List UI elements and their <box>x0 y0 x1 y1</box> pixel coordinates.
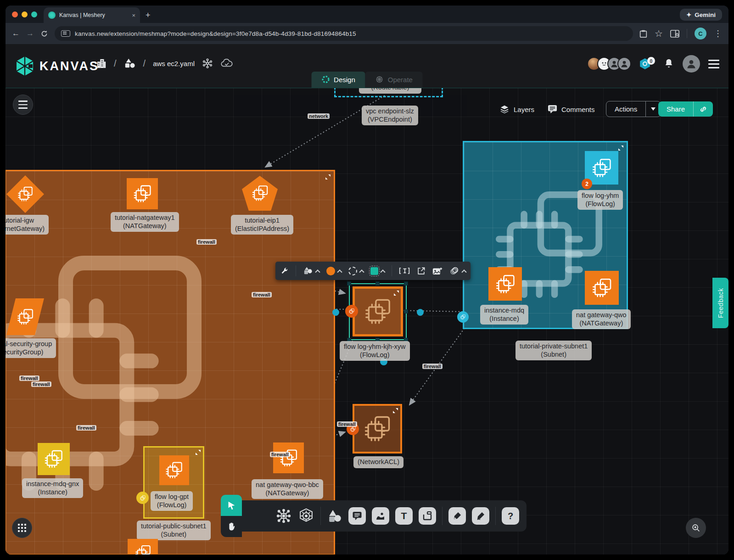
bell-icon[interactable] <box>663 58 674 70</box>
site-info-icon[interactable] <box>61 30 70 37</box>
chevron-up-icon <box>461 269 466 274</box>
node-label: (RouteTable) <box>359 88 421 94</box>
breadcrumb: / / aws ec2.yaml <box>96 58 233 69</box>
components-tool[interactable] <box>275 508 292 524</box>
layers-button[interactable]: Layers <box>499 105 534 114</box>
tab-close-icon[interactable]: × <box>132 12 135 19</box>
organization-icon[interactable] <box>96 58 106 69</box>
pan-tool[interactable] <box>221 516 242 537</box>
back-icon[interactable]: ← <box>12 29 20 38</box>
resize-handle[interactable] <box>375 281 380 286</box>
add-image-icon[interactable] <box>432 267 443 275</box>
canvas-menu-button[interactable] <box>13 95 33 115</box>
node-label: tutorial-igw(InternetGateway) <box>6 215 49 235</box>
node-nat-gateway-qwo[interactable] <box>585 271 619 305</box>
node-nat-gateway-bbc[interactable] <box>273 442 304 473</box>
configure-wrench-icon[interactable] <box>280 267 289 275</box>
maximize-window-button[interactable] <box>31 11 37 17</box>
copy-link-button[interactable] <box>693 101 713 117</box>
resize-handle[interactable] <box>404 281 408 286</box>
kubernetes-tool[interactable] <box>298 508 314 524</box>
feedback-tab[interactable]: Feedback <box>712 278 728 328</box>
kanvas-brand[interactable]: KANVAS <box>16 56 99 76</box>
node-label: tutorial-security-group(SecurityGroup) <box>6 338 56 358</box>
breadcrumb-separator: / <box>143 58 146 69</box>
app-menu-icon[interactable] <box>708 60 719 68</box>
close-window-button[interactable] <box>12 11 18 17</box>
url-bar[interactable]: kanvas.new/extension/meshmap?mode=design… <box>55 26 633 41</box>
collapse-icon[interactable] <box>195 449 201 455</box>
connection-dot[interactable] <box>417 309 424 316</box>
gemini-button[interactable]: ✦ Gemini <box>680 9 722 21</box>
rename-icon[interactable] <box>399 267 410 275</box>
group-circles-tool[interactable] <box>449 266 466 275</box>
side-panel-icon[interactable] <box>670 30 679 38</box>
workspace-shapes-icon[interactable] <box>124 58 136 69</box>
comments-icon <box>548 105 557 114</box>
shapes-tool-bottom[interactable] <box>327 509 342 523</box>
node-instance-mdq[interactable] <box>488 267 522 301</box>
help-button[interactable]: ? <box>502 507 519 525</box>
design-canvas[interactable]: (RouteTable) vpc endpoint-slz(VPCEndpoin… <box>6 88 728 554</box>
reload-icon[interactable] <box>40 30 48 38</box>
node-network-acl[interactable] <box>353 404 402 454</box>
minimize-window-button[interactable] <box>22 11 28 17</box>
resize-handle[interactable] <box>347 281 351 286</box>
cluster-status-badge[interactable]: 0 <box>639 57 655 71</box>
resize-handle[interactable] <box>404 309 408 314</box>
node-nat-gateway-1[interactable] <box>127 178 158 209</box>
tab-design[interactable]: Design <box>311 72 365 88</box>
tab-operate[interactable]: Operate <box>365 72 423 88</box>
browser-profile-avatar[interactable]: C <box>695 28 706 39</box>
node-partial-bottom[interactable] <box>128 539 158 554</box>
node-flowlog-gpt[interactable] <box>159 455 189 485</box>
share-button[interactable]: Share <box>658 101 713 117</box>
shape-frame-tool[interactable] <box>419 507 436 525</box>
select-tool[interactable] <box>221 495 242 516</box>
browser-tab[interactable]: Kanvas | Meshery × <box>44 7 140 23</box>
subnet-badge <box>457 311 469 323</box>
zoom-button[interactable] <box>686 518 706 538</box>
shapes-tool[interactable] <box>303 266 319 275</box>
user-avatar[interactable] <box>683 55 700 73</box>
collapse-icon[interactable] <box>392 408 398 414</box>
collaborator-avatar[interactable] <box>617 57 631 71</box>
pencil-icon <box>476 511 486 521</box>
comments-button[interactable]: Comments <box>548 105 595 114</box>
cloud-sync-icon[interactable] <box>220 58 233 68</box>
node-instance-gnx[interactable] <box>38 443 70 475</box>
design-file-name[interactable]: aws ec2.yaml <box>153 60 195 67</box>
browser-menu-icon[interactable]: ⋮ <box>714 28 722 39</box>
teal-square-icon <box>370 267 378 275</box>
notification-count: 0 <box>647 57 655 65</box>
edge-pen-tool[interactable] <box>448 507 466 525</box>
extensions-icon[interactable] <box>202 58 213 69</box>
text-tool-label: T <box>401 510 407 521</box>
edge-label: firewall <box>270 452 290 457</box>
color-tool[interactable] <box>326 267 342 275</box>
apps-grid-button[interactable] <box>12 518 32 538</box>
fill-style-tool[interactable] <box>370 267 385 275</box>
count-badge: 2 <box>582 179 592 189</box>
node-flowlog-kjh-selected[interactable] <box>353 286 403 336</box>
mode-tabs: Design Operate <box>311 72 423 88</box>
collapse-icon[interactable] <box>618 145 624 151</box>
text-tool[interactable]: T <box>395 507 413 525</box>
save-icon[interactable] <box>639 29 647 38</box>
media-tool[interactable] <box>372 507 389 525</box>
kanvas-logo-icon <box>16 56 34 76</box>
collapse-icon[interactable] <box>393 290 399 296</box>
forward-icon[interactable]: → <box>26 29 34 38</box>
border-style-tool[interactable] <box>348 267 364 275</box>
new-tab-button[interactable]: + <box>146 11 151 20</box>
comment-tool[interactable] <box>348 507 366 525</box>
bookmark-star-icon[interactable]: ☆ <box>655 28 663 39</box>
image-icon <box>375 511 386 521</box>
open-in-new-icon[interactable] <box>417 267 426 275</box>
actions-button[interactable]: Actions <box>606 101 661 117</box>
kanvas-brand-name: KANVAS <box>39 59 99 73</box>
browser-window: Kanvas | Meshery × + ✦ Gemini ← → kanvas… <box>6 6 728 554</box>
freehand-pencil-tool[interactable] <box>472 507 489 525</box>
collapse-icon[interactable] <box>325 174 331 180</box>
connection-dot[interactable] <box>332 309 339 316</box>
